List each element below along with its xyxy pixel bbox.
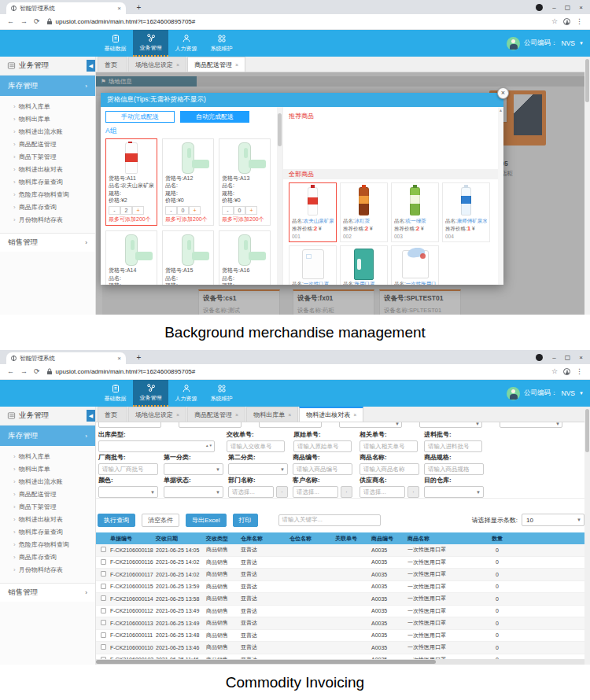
chevron-down-icon[interactable]: ▼ xyxy=(579,391,584,396)
tab-close-icon[interactable]: × xyxy=(117,356,121,362)
row-checkbox[interactable] xyxy=(101,632,106,638)
feed-batch-input[interactable]: 请输入进料批号 xyxy=(424,440,482,452)
minus-button[interactable]: - xyxy=(109,206,120,215)
doc-status-select[interactable]: ▼ xyxy=(164,486,223,498)
new-tab-button[interactable]: + xyxy=(134,353,144,363)
tab-close-icon[interactable]: × xyxy=(353,412,356,418)
nav-item-hr[interactable]: 人力资源 xyxy=(168,30,204,57)
sidebar-item-sales[interactable]: 销售管理 › xyxy=(0,233,95,252)
reload-button[interactable]: ⟳ xyxy=(34,368,40,375)
nav-item-maintenance[interactable]: 系统维护 xyxy=(204,380,239,407)
tab-close-icon[interactable]: × xyxy=(176,412,179,418)
browser-menu-icon[interactable]: ⋮ xyxy=(576,18,583,25)
maximize-button[interactable]: ▢ xyxy=(561,354,574,361)
page-scrollbar[interactable] xyxy=(584,407,590,665)
clear-button[interactable]: 清空条件 xyxy=(142,514,179,527)
sidebar-item[interactable]: 商品下架管理 xyxy=(0,150,95,163)
slot-card[interactable]: 货格号:A15 品名: 规格: 价格:¥0 - 0 + 最多 xyxy=(162,230,214,285)
tab-close-icon[interactable]: × xyxy=(176,62,179,68)
slot-card[interactable]: 货格号:A11 品名:农夫山泉矿泉水 规格: 价格:¥2 - 2 + xyxy=(105,138,157,226)
quantity-value[interactable]: 0 xyxy=(177,206,189,215)
browser-tab[interactable]: 智能管理系统 × xyxy=(6,2,126,14)
url-field[interactable]: upusiot.com/admin/main.html?t=1624600895… xyxy=(46,18,545,25)
outbound-type-select[interactable]: ▲▼ xyxy=(98,440,215,452)
sidebar-item[interactable]: 物料入库单 xyxy=(0,450,95,462)
browser-user-icon[interactable] xyxy=(563,368,570,375)
url-field[interactable]: upusiot.com/admin/main.html?t=1624600895… xyxy=(46,368,545,375)
row-checkbox[interactable] xyxy=(101,595,106,601)
minus-button[interactable]: - xyxy=(222,206,234,215)
product-card[interactable]: 品名:康师傅矿泉水 推荐价格:1 ¥ 004 xyxy=(442,182,490,242)
sidebar-item[interactable]: 物料进出核对表 xyxy=(0,513,95,525)
forward-button[interactable]: → xyxy=(20,368,28,375)
nav-item-hr[interactable]: 人力资源 xyxy=(168,380,204,407)
product-card[interactable]: 品名:冰红茶 推荐价格:2 ¥ 002 xyxy=(340,182,388,242)
export-excel-button[interactable]: 导出Excel xyxy=(186,514,227,527)
sidebar-item[interactable]: 商品下架管理 xyxy=(0,500,95,513)
nav-item-basic-data[interactable]: 基础数据 xyxy=(98,30,133,57)
nav-item-maintenance[interactable]: 系统维护 xyxy=(204,30,239,57)
sidebar-item[interactable]: 物料进出流水账 xyxy=(0,125,95,138)
sidebar-item[interactable]: 物料进出流水账 xyxy=(0,475,95,488)
bookmark-star-icon[interactable]: ☆ xyxy=(551,18,558,25)
back-button[interactable]: ← xyxy=(7,368,14,375)
sidebar-item[interactable]: 物料库存量查询 xyxy=(0,525,95,538)
tab-auto-delivery[interactable]: 自动完成配送 xyxy=(180,111,249,123)
print-button[interactable]: 打印 xyxy=(233,514,258,527)
table-row[interactable]: F-CK2106000114 2021-06-25 13:58 商品销售 亚普达… xyxy=(96,593,584,606)
table-row[interactable]: F-CK2106000115 2021-06-25 13:59 商品销售 亚普达… xyxy=(96,581,584,594)
nav-item-basic-data[interactable]: 基础数据 xyxy=(98,380,133,407)
browser-menu-icon[interactable]: ⋮ xyxy=(576,368,583,375)
customer-picker-button[interactable]: · xyxy=(341,486,352,498)
tab-close-icon[interactable]: × xyxy=(235,62,238,68)
maximize-button[interactable]: ▢ xyxy=(561,4,574,11)
forward-button[interactable]: → xyxy=(20,18,28,25)
page-tab[interactable]: 首页 xyxy=(98,57,127,72)
tab-close-icon[interactable]: × xyxy=(235,412,238,418)
sidebar-collapse-button[interactable]: ◀ xyxy=(87,410,95,422)
table-row[interactable]: F-CK2106000117 2021-06-25 14:02 商品销售 亚普达… xyxy=(96,569,584,581)
sidebar-item[interactable]: 物料入库单 xyxy=(0,100,95,112)
table-row[interactable]: F-CK2106000118 2021-06-25 14:05 商品销售 亚普达… xyxy=(96,544,584,557)
product-card[interactable]: 品名:统一绿茶 推荐价格:2 ¥ 003 xyxy=(391,182,439,242)
sidebar-item[interactable]: 物料库存量查询 xyxy=(0,175,95,188)
product-card[interactable]: 品名:一次性医用口罩 推荐价格:0.01 ¥ xyxy=(391,245,439,285)
sidebar-item[interactable]: 危险库存物料查询 xyxy=(0,538,95,551)
horizontal-scrollbar[interactable] xyxy=(96,659,584,665)
minimize-button[interactable]: – xyxy=(548,4,561,11)
sidebar-item-inventory[interactable]: 库存管理 › xyxy=(0,76,95,96)
supplier-picker[interactable]: 请选择... xyxy=(360,486,405,498)
page-tab[interactable]: 商品配送管理 × xyxy=(187,57,245,72)
plus-button[interactable]: + xyxy=(132,206,144,215)
browser-profile-icon[interactable] xyxy=(536,354,543,361)
back-button[interactable]: ← xyxy=(7,18,14,25)
page-tab[interactable]: 物料进出核对表 × xyxy=(299,407,363,422)
sidebar-item[interactable]: 物料出库单 xyxy=(0,462,95,475)
modal-right-scrollbar[interactable]: ▲ xyxy=(498,107,503,285)
browser-tab[interactable]: 智能管理系统 × xyxy=(6,352,126,364)
minus-button[interactable]: - xyxy=(165,206,177,215)
product-spec-input[interactable]: 请输入商品规格 xyxy=(424,463,484,475)
sidebar-item[interactable]: 物料出库单 xyxy=(0,112,95,125)
page-tab[interactable]: 商品配送管理 × xyxy=(187,407,245,422)
product-code-input[interactable]: 请输入商品编号 xyxy=(293,463,352,475)
slot-card[interactable]: 货格号:A13 品名: 规格: 价格:¥0 - 0 + 最多 xyxy=(219,138,271,226)
nav-item-business[interactable]: 业务管理 xyxy=(133,380,168,407)
tab-close-icon[interactable]: × xyxy=(288,412,291,418)
sidebar-item[interactable]: 商品配送管理 xyxy=(0,138,95,150)
browser-profile-icon[interactable] xyxy=(536,4,543,11)
slot-card[interactable]: 货格号:A14 品名: 规格: 价格:¥0 - 0 + 最多 xyxy=(105,230,157,285)
category1-select[interactable]: ▼ xyxy=(164,463,223,475)
table-row[interactable]: F-CK2106000112 2021-06-25 13:49 商品销售 亚普达… xyxy=(96,606,584,618)
user-avatar[interactable] xyxy=(507,387,520,400)
supplier-picker-button[interactable]: · xyxy=(407,486,419,498)
page-tab[interactable]: 首页 xyxy=(98,407,127,422)
table-row[interactable]: F-CK2106000116 2021-06-25 14:02 商品销售 亚普达… xyxy=(96,557,584,569)
sidebar-item[interactable]: 危险库存物料查询 xyxy=(0,188,95,201)
modal-close-button[interactable]: × xyxy=(497,87,509,99)
modal-left-scrollbar[interactable] xyxy=(277,107,282,285)
query-button[interactable]: 执行查询 xyxy=(98,514,135,527)
page-tab[interactable]: 场地信息设定 × xyxy=(128,407,186,422)
product-card[interactable]: 品名:医用口罩 推荐价格:0.01 ¥ xyxy=(340,245,388,285)
settlement-no-input[interactable]: 请输入交收单号 xyxy=(227,440,285,452)
